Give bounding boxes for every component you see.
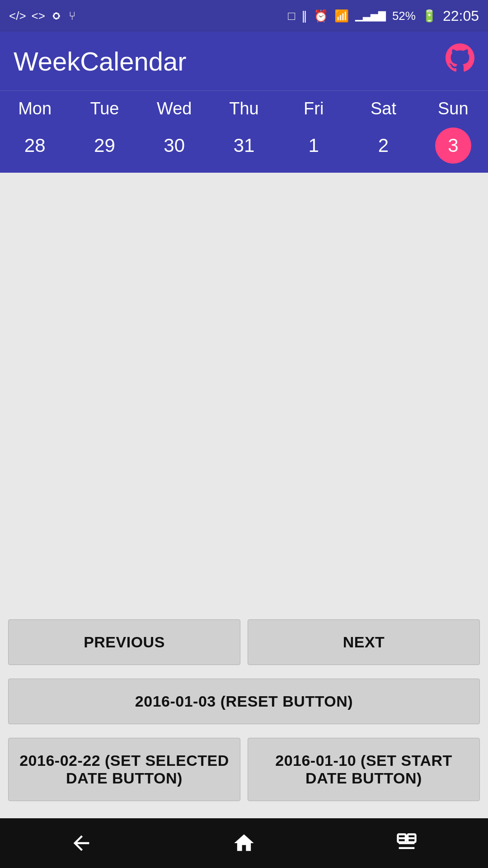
day-name-sat[interactable]: Sat	[348, 99, 418, 123]
back-button[interactable]	[63, 825, 99, 861]
wifi-icon: 📶	[334, 9, 349, 23]
prev-next-row: PREVIOUS NEXT	[0, 611, 488, 673]
day-number-30[interactable]: 30	[140, 127, 209, 164]
signal-icon: ▁▃▅▇	[355, 10, 386, 22]
day-name-fri[interactable]: Fri	[279, 99, 348, 123]
status-bar-left-icons: </> <> ⭘ ⑂	[9, 9, 76, 24]
day-number-29[interactable]: 29	[70, 127, 139, 164]
status-bar: </> <> ⭘ ⑂ □ ‖ ⏰ 📶 ▁▃▅▇ 52% 🔋 22:05	[0, 0, 488, 32]
day-name-tue[interactable]: Tue	[70, 99, 139, 123]
day-name-wed[interactable]: Wed	[140, 99, 209, 123]
set-selected-date-button[interactable]: 2016-02-22 (SET SELECTED DATE BUTTON)	[8, 738, 240, 801]
selected-day-circle: 3	[435, 127, 471, 164]
week-calendar-header: Mon Tue Wed Thu Fri Sat Sun 28 29 30 31 …	[0, 90, 488, 173]
day-number-1[interactable]: 1	[279, 127, 348, 164]
day-name-thu[interactable]: Thu	[209, 99, 279, 123]
day-name-mon[interactable]: Mon	[0, 99, 70, 123]
buttons-area: PREVIOUS NEXT 2016-01-03 (RESET BUTTON) …	[0, 611, 488, 818]
code-slash-icon: <>	[32, 9, 45, 23]
code-block-icon: </>	[9, 9, 26, 23]
day-number-28[interactable]: 28	[0, 127, 70, 164]
day-numbers-row: 28 29 30 31 1 2 3	[0, 123, 488, 173]
status-bar-right-icons: □ ‖ ⏰ 📶 ▁▃▅▇ 52% 🔋 22:05	[288, 8, 479, 24]
home-button[interactable]	[226, 825, 262, 861]
battery-percent: 52%	[392, 9, 416, 23]
vibrate-icon: ‖	[301, 9, 307, 23]
battery-icon: 🔋	[422, 9, 436, 23]
day-name-sun[interactable]: Sun	[418, 99, 488, 123]
day-number-3-selected[interactable]: 3	[418, 127, 488, 164]
github-icon[interactable]	[446, 43, 474, 79]
reset-button[interactable]: 2016-01-03 (RESET BUTTON)	[8, 679, 480, 724]
usb-icon: ⭘	[51, 9, 63, 24]
reset-row: 2016-01-03 (RESET BUTTON)	[0, 673, 488, 730]
day-number-31[interactable]: 31	[209, 127, 279, 164]
calendar-area	[0, 173, 488, 611]
set-date-row: 2016-02-22 (SET SELECTED DATE BUTTON) 20…	[0, 730, 488, 809]
recents-button[interactable]	[389, 825, 425, 861]
app-header: WeekCalendar	[0, 32, 488, 90]
nav-bar	[0, 818, 488, 868]
main-content: PREVIOUS NEXT 2016-01-03 (RESET BUTTON) …	[0, 173, 488, 818]
fork-icon: ⑂	[69, 9, 76, 23]
app-title: WeekCalendar	[14, 46, 187, 76]
day-number-2[interactable]: 2	[348, 127, 418, 164]
next-button[interactable]: NEXT	[248, 619, 480, 665]
previous-button[interactable]: PREVIOUS	[8, 619, 240, 665]
status-time: 22:05	[443, 8, 479, 24]
day-names-row: Mon Tue Wed Thu Fri Sat Sun	[0, 99, 488, 123]
set-start-date-button[interactable]: 2016-01-10 (SET START DATE BUTTON)	[248, 738, 480, 801]
cast-icon: □	[288, 9, 295, 23]
alarm-icon: ⏰	[314, 9, 328, 23]
